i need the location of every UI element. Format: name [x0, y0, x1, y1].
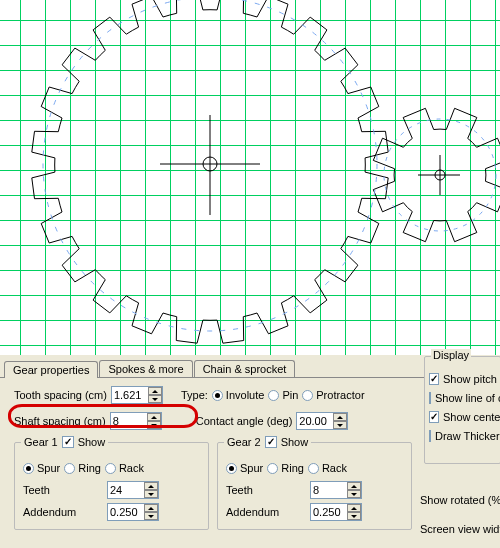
gear2-addendum-up[interactable] [347, 504, 361, 512]
tooth-spacing-label: Tooth spacing (cm) [14, 389, 107, 401]
gear1-addendum-up[interactable] [144, 504, 158, 512]
gear1-addendum-spinner[interactable] [107, 503, 159, 521]
gear1-spur-label: Spur [37, 462, 60, 474]
gear2-rack-label: Rack [322, 462, 347, 474]
gear2-teeth-down[interactable] [347, 490, 361, 498]
shaft-spacing-label: Shaft spacing (cm) [14, 415, 106, 427]
gear2-ring-label: Ring [281, 462, 304, 474]
shaft-spacing-spinner[interactable] [110, 412, 162, 430]
gear2-teeth-label: Teeth [226, 484, 306, 496]
display-legend: Display [431, 349, 471, 361]
gear1-rack-radio[interactable]: Rack [105, 462, 144, 474]
gear1-ring-radio[interactable]: Ring [64, 462, 101, 474]
gear2-teeth-input[interactable] [311, 483, 347, 497]
gear2-show-checkbox[interactable] [265, 436, 277, 448]
tooth-spacing-up[interactable] [148, 387, 162, 395]
gear2-addendum-input[interactable] [311, 505, 347, 519]
gear1-teeth-up[interactable] [144, 482, 158, 490]
gear1-rack-label: Rack [119, 462, 144, 474]
gear2-rack-radio[interactable]: Rack [308, 462, 347, 474]
gear-canvas[interactable] [0, 0, 500, 355]
gear2-legend: Gear 2 [227, 436, 261, 448]
type-protractor-label: Protractor [316, 389, 364, 401]
gear2-addendum-spinner[interactable] [310, 503, 362, 521]
tooth-spacing-input[interactable] [112, 388, 148, 402]
gear2-ring-radio[interactable]: Ring [267, 462, 304, 474]
gear2-addendum-down[interactable] [347, 512, 361, 520]
type-label: Type: [181, 389, 208, 401]
gear1-spur-radio[interactable]: Spur [23, 462, 60, 474]
gear1-addendum-down[interactable] [144, 512, 158, 520]
display-footer: Show rotated (% o Screen view width [420, 490, 500, 538]
gear2-spur-label: Spur [240, 462, 263, 474]
tab-chain-sprocket[interactable]: Chain & sprocket [194, 360, 296, 377]
shaft-spacing-up[interactable] [147, 413, 161, 421]
gear1-teeth-label: Teeth [23, 484, 103, 496]
tooth-spacing-down[interactable] [148, 395, 162, 403]
gear1-teeth-down[interactable] [144, 490, 158, 498]
show-rotated-label: Show rotated (% o [420, 494, 500, 506]
show-line-checkbox[interactable] [429, 392, 431, 404]
gear1-group: Gear 1 Show Spur Ring Rack Teeth [14, 442, 209, 530]
contact-angle-label: Contact angle (deg) [196, 415, 293, 427]
gear2-group: Gear 2 Show Spur Ring Rack Teeth [217, 442, 412, 530]
grid [0, 0, 500, 355]
shaft-spacing-down[interactable] [147, 421, 161, 429]
screen-view-label: Screen view width [420, 523, 500, 535]
gear1-show-checkbox[interactable] [62, 436, 74, 448]
gear1-show-label: Show [78, 436, 106, 448]
gear2-teeth-up[interactable] [347, 482, 361, 490]
gear1-ring-label: Ring [78, 462, 101, 474]
gear1-legend: Gear 1 [24, 436, 58, 448]
gear1-addendum-input[interactable] [108, 505, 144, 519]
gear2-addendum-label: Addendum [226, 506, 306, 518]
show-pitch-label: Show pitch d [443, 373, 500, 385]
display-group: Display Show pitch d Show line of c Show… [424, 356, 500, 464]
gear1-teeth-input[interactable] [108, 483, 144, 497]
type-involute-radio[interactable]: Involute [212, 389, 265, 401]
contact-angle-down[interactable] [333, 421, 347, 429]
show-pitch-checkbox[interactable] [429, 373, 439, 385]
contact-angle-input[interactable] [297, 414, 333, 428]
tab-spokes-more[interactable]: Spokes & more [99, 360, 192, 377]
gear2-teeth-spinner[interactable] [310, 481, 362, 499]
draw-thicker-checkbox[interactable] [429, 430, 431, 442]
type-involute-label: Involute [226, 389, 265, 401]
gear2-show-label: Show [281, 436, 309, 448]
gear1-addendum-label: Addendum [23, 506, 103, 518]
gear2-spur-radio[interactable]: Spur [226, 462, 263, 474]
tab-gear-properties[interactable]: Gear properties [4, 361, 98, 378]
type-protractor-radio[interactable]: Protractor [302, 389, 364, 401]
shaft-spacing-input[interactable] [111, 414, 147, 428]
draw-thicker-label: Draw Thicker [435, 430, 500, 442]
type-pin-radio[interactable]: Pin [268, 389, 298, 401]
contact-angle-up[interactable] [333, 413, 347, 421]
contact-angle-spinner[interactable] [296, 412, 348, 430]
show-line-label: Show line of c [435, 392, 500, 404]
type-pin-label: Pin [282, 389, 298, 401]
show-center-label: Show center [443, 411, 500, 423]
show-center-checkbox[interactable] [429, 411, 439, 423]
gear1-teeth-spinner[interactable] [107, 481, 159, 499]
tooth-spacing-spinner[interactable] [111, 386, 163, 404]
